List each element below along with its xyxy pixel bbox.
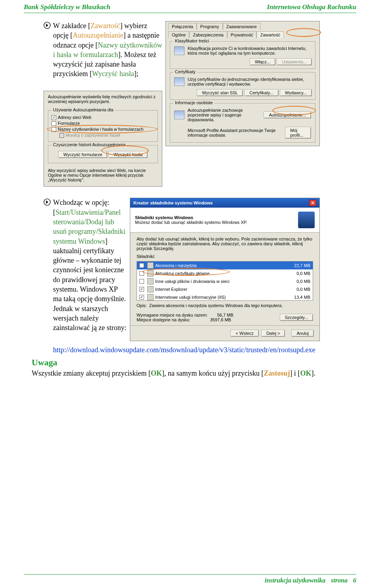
window-title: Kreator składników systemu Windows [133,200,213,205]
group-text: Użyj certyfikatów do jednoznacznego iden… [188,77,311,86]
group-personal-info: Informacje osobiste Autouzupełnianie zac… [170,103,315,143]
group-title: Czyszczenie historii Autouzupełniania [51,142,127,147]
checkbox-label: Nazwy użytkowników i hasła w formularzac… [58,127,143,132]
autocomplete-settings-window: Autouzupełnianie wyświetla listę możliwy… [44,91,162,187]
tab-zabezpieczenia[interactable]: Zabezpieczenia [189,31,227,38]
wizard-banner: Składniki systemu Windows Możesz dodać l… [130,208,319,233]
component-name: Akcesoria i narzędzia [155,263,197,268]
component-icon [147,286,154,292]
group-title: Używanie Autouzupełniania dla [51,107,115,112]
available-space-label: Miejsce dostępne na dysku: [137,317,190,322]
group-title: Klasyfikator treści [173,38,211,43]
checkbox-label: Adresy sieci Web [58,115,91,120]
cancel-button[interactable]: Anuluj [291,330,314,337]
component-icon [147,270,154,277]
component-row[interactable]: ✓Internetowe usługi informacyjne (IIS)13… [137,293,313,301]
checkbox-label: Monituj o zapisywanie haseł [66,133,120,137]
arrow-icon [44,199,51,206]
bullet-1-text: W zakładce [Zawartość] wybierz opcję [Au… [53,21,162,79]
group-title: Certyfikaty [173,69,197,74]
required-space-label: Wymagane miejsce na dysku razem: [137,313,208,317]
checkbox[interactable] [51,121,56,126]
component-row[interactable]: Aktualizuj certyfikaty główne0,0 MB [137,269,313,277]
required-space-value: 56,7 MB [217,313,234,317]
publishers-button[interactable]: Wydawcy... [280,89,312,96]
group-text: Autouzupełnianie zachowuje poprzednie wp… [188,108,260,122]
checkbox[interactable] [139,271,144,276]
title-bar: Kreator składników systemu Windows × [130,198,319,208]
group-text: Klasyfikacja pomoże Ci w kontrolowaniu z… [188,46,311,55]
components-label: Składniki: [137,254,313,259]
wizard-footer: < Wstecz Dalej > Anuluj [130,325,319,341]
settings-button[interactable]: Ustawienia... [277,58,312,65]
footer-page-label: strona [331,577,348,584]
enable-button[interactable]: Włącz... [250,58,276,65]
ie-options-window: PołączeniaProgramyZaawansowane OgólneZab… [165,21,320,146]
banner-subtitle: Możesz dodać lub usunąć składniki system… [135,220,294,225]
component-size: 22,7 MB [294,263,310,268]
footer-page-number: 6 [353,577,356,584]
autofill-icon [174,111,184,119]
tab-row-top: PołączeniaProgramyZaawansowane [166,21,319,30]
close-icon[interactable]: × [309,200,316,206]
available-space-value: 3597,6 MB [210,317,231,322]
autocomplete-button[interactable]: Autouzupełnianie... [264,111,311,118]
wizard-icon [298,212,315,228]
checkbox-label: Formularze [58,121,80,126]
opis-text: Zawiera akcesoria i narzędzia systemu Wi… [149,303,283,308]
checkbox[interactable]: ✓ [139,263,144,268]
component-row[interactable]: ✓Internet Explorer0,0 MB [137,285,313,293]
tab-programy[interactable]: Programy [197,23,223,30]
checkbox[interactable]: ✓ [139,287,144,292]
component-name: Internetowe usługi informacyjne (IIS) [155,295,226,300]
details-button[interactable]: Szczegóły... [280,314,314,321]
checkbox[interactable] [59,133,64,138]
download-link[interactable]: http://download.windowsupdate.com/msdown… [53,345,356,355]
my-profile-button[interactable]: Mój profil... [285,127,311,139]
page-header: Bank Spółdzielczy w Błaszkach Internetow… [0,0,380,13]
arrow-icon [44,22,51,29]
page-footer: instrukcja użytkownika strona 6 [0,574,380,584]
certificates-button[interactable]: Certyfikaty... [244,89,278,96]
header-rule [24,13,356,13]
windows-components-wizard: Kreator składników systemu Windows × Skł… [130,198,320,341]
bullet-2-text: Wchodząc w opcję: [Start/Ustawienia/Pane… [53,198,127,332]
back-button[interactable]: < Wstecz [230,330,259,337]
banner-title: Składniki systemu Windows [135,215,294,220]
footer-rule [24,574,356,575]
note-text: Aby wyczyścić wpisy adresów sieci Web, n… [44,166,162,186]
clear-passwords-button[interactable]: Wyczyść hasła [108,151,148,158]
clear-forms-button[interactable]: Wyczyść formularze [58,151,107,158]
checkbox[interactable]: ✓ [51,115,56,120]
footer-doc-title: instrukcja użytkownika [265,577,325,584]
checkbox[interactable] [51,127,56,132]
highlight-zawartosc [286,28,321,37]
tab-zawartość[interactable]: Zawartość [256,31,284,38]
next-button[interactable]: Dalej > [261,330,285,337]
intro-text: Autouzupełnianie wyświetla listę możliwy… [44,91,162,107]
globe-icon [174,46,184,55]
tab-ogólne[interactable]: Ogólne [168,31,189,38]
component-row[interactable]: ✓Akcesoria i narzędzia22,7 MB [137,262,313,269]
tab-prywatność[interactable]: Prywatność [227,31,257,38]
clear-ssl-button[interactable]: Wyczyść stan SSL [197,89,243,96]
component-size: 0,0 MB [296,271,310,276]
group-use-autocomplete: Używanie Autouzupełniania dla ✓Adresy si… [48,110,158,142]
component-row[interactable]: Inne usługi plików i drukowania w sieci0… [137,277,313,285]
group-content-advisor: Klasyfikator treści Klasyfikacja pomoże … [170,41,315,69]
uwaga-heading: Uwaga [32,357,356,368]
group-title: Informacje osobiste [173,100,214,105]
uwaga-text: Wszystkie zmiany akceptuj przyciskiem [O… [32,368,356,378]
header-left: Bank Spółdzielczy w Błaszkach [24,3,110,11]
checkbox[interactable]: ✓ [139,295,144,300]
components-list[interactable]: ✓Akcesoria i narzędzia22,7 MBAktualizuj … [137,261,313,301]
component-icon [147,294,154,300]
wizard-instructions: Aby dodać lub usunąć składnik, kliknij t… [137,237,313,251]
tab-zaawansowane[interactable]: Zaawansowane [223,23,260,30]
component-name: Aktualizuj certyfikaty główne [155,271,210,276]
cert-icon [174,77,184,86]
component-size: 13,4 MB [294,295,310,300]
tab-połączenia[interactable]: Połączenia [168,23,197,30]
group-certificates: Certyfikaty Użyj certyfikatów do jednozn… [170,72,315,100]
checkbox[interactable] [139,279,144,284]
